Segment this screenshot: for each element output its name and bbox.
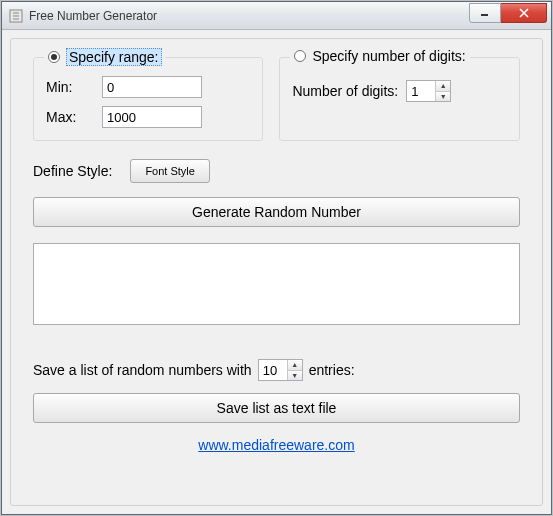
minimize-button[interactable]	[469, 3, 501, 23]
entries-spin-down[interactable]: ▼	[288, 370, 302, 381]
save-prefix: Save a list of random numbers with	[33, 362, 252, 378]
max-input[interactable]	[102, 106, 202, 128]
range-radio-option[interactable]: Specify range:	[44, 48, 166, 66]
font-style-button[interactable]: Font Style	[130, 159, 210, 183]
window-title: Free Number Generator	[29, 9, 469, 23]
range-group: Specify range: Min: Max:	[33, 57, 263, 141]
output-area[interactable]	[33, 243, 520, 325]
entries-value[interactable]	[259, 360, 287, 380]
window-controls	[469, 3, 547, 23]
style-label: Define Style:	[33, 163, 112, 179]
footer-row: www.mediafreeware.com	[33, 437, 520, 453]
style-row: Define Style: Font Style	[33, 159, 520, 183]
close-button[interactable]	[501, 3, 547, 23]
max-label: Max:	[46, 109, 94, 125]
save-config-row: Save a list of random numbers with ▲ ▼ e…	[33, 359, 520, 381]
range-radio-label: Specify range:	[66, 48, 162, 66]
app-window: Free Number Generator Specify range: Min…	[1, 1, 552, 515]
generate-row: Generate Random Number	[33, 197, 520, 227]
radio-range-icon	[48, 51, 60, 63]
save-list-button[interactable]: Save list as text file	[33, 393, 520, 423]
generate-button[interactable]: Generate Random Number	[33, 197, 520, 227]
entries-spin-up[interactable]: ▲	[288, 360, 302, 370]
main-panel: Specify range: Min: Max: Specify number	[10, 38, 543, 506]
digits-spin-up[interactable]: ▲	[436, 81, 450, 91]
digits-group: Specify number of digits: Number of digi…	[279, 57, 520, 141]
titlebar: Free Number Generator	[2, 2, 551, 30]
digits-label: Number of digits:	[292, 83, 398, 99]
client-area: Specify range: Min: Max: Specify number	[2, 30, 551, 514]
save-button-row: Save list as text file	[33, 393, 520, 423]
digits-radio-option[interactable]: Specify number of digits:	[290, 48, 469, 64]
website-link[interactable]: www.mediafreeware.com	[198, 437, 354, 453]
save-suffix: entries:	[309, 362, 355, 378]
radio-digits-icon	[294, 50, 306, 62]
min-label: Min:	[46, 79, 94, 95]
digits-value[interactable]	[407, 81, 435, 101]
mode-row: Specify range: Min: Max: Specify number	[33, 57, 520, 141]
digits-spin-down[interactable]: ▼	[436, 91, 450, 102]
digits-spinner[interactable]: ▲ ▼	[406, 80, 451, 102]
entries-spinner[interactable]: ▲ ▼	[258, 359, 303, 381]
app-icon	[8, 8, 24, 24]
min-input[interactable]	[102, 76, 202, 98]
digits-radio-label: Specify number of digits:	[312, 48, 465, 64]
